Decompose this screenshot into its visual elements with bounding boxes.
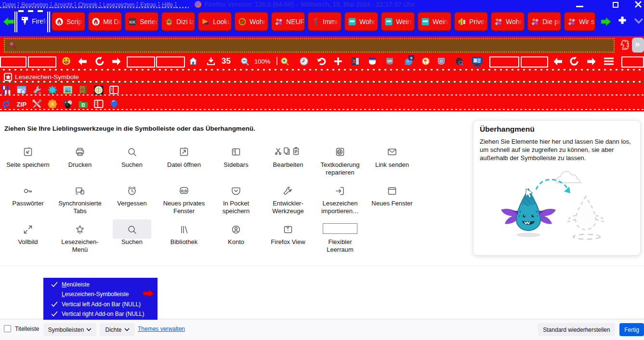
svg-text:UO: UO [387,59,392,63]
svg-text:0: 0 [410,56,413,60]
svg-text:ZIP: ZIP [17,101,26,108]
svg-text:KK: KK [130,19,136,24]
